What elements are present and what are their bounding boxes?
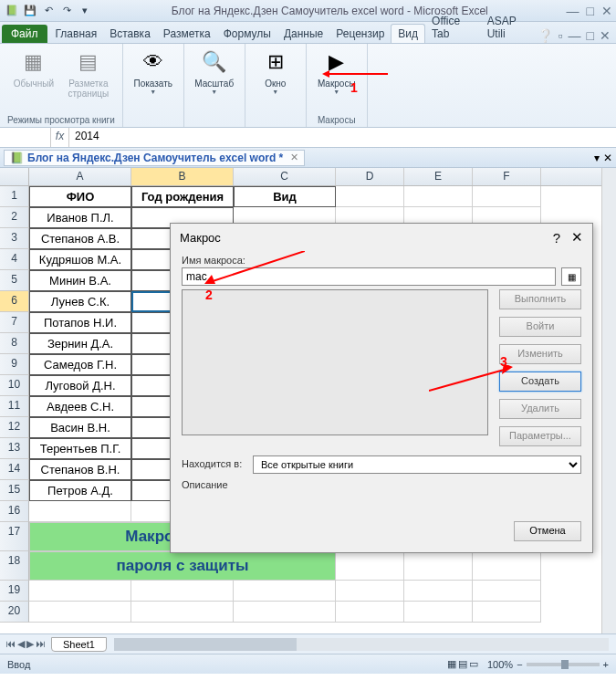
tab-home[interactable]: Главная	[49, 25, 104, 43]
zoom-level[interactable]: 100%	[487, 659, 513, 670]
row-header[interactable]: 1	[0, 186, 29, 207]
cell[interactable]: Луговой Д.Н.	[29, 375, 131, 396]
create-button[interactable]: Создать	[499, 372, 581, 392]
fx-icon[interactable]: fx	[51, 128, 69, 147]
tab-review[interactable]: Рецензир	[329, 25, 391, 43]
row-header[interactable]: 17	[0, 522, 29, 551]
cancel-button[interactable]: Отмена	[514, 521, 581, 541]
row-header[interactable]: 5	[0, 270, 29, 291]
edit-button[interactable]: Изменить	[499, 344, 581, 364]
tab-asap[interactable]: ASAP Utili	[481, 12, 538, 43]
row-header[interactable]: 10	[0, 375, 29, 396]
cell[interactable]: Васин В.Н.	[29, 417, 131, 438]
ribbon-min-icon[interactable]: —	[569, 28, 581, 43]
cell[interactable]: Иванов П.Л.	[29, 207, 131, 228]
col-header-a[interactable]: A	[29, 168, 131, 185]
ribbon-collapse-icon[interactable]: ▫	[559, 28, 563, 43]
sheet-next-icon[interactable]: ▶	[26, 638, 34, 650]
cell[interactable]	[29, 602, 131, 623]
row-header[interactable]: 18	[0, 551, 29, 581]
row-header[interactable]: 3	[0, 228, 29, 249]
cell[interactable]	[473, 186, 541, 207]
select-all-corner[interactable]	[0, 168, 29, 185]
tab-data[interactable]: Данные	[277, 25, 329, 43]
window-button[interactable]: ⊞ Окно ▼	[253, 47, 298, 95]
macro-list[interactable]	[182, 289, 488, 435]
zoom-in-icon[interactable]: +	[603, 659, 609, 670]
cell[interactable]	[336, 581, 404, 602]
sheet-tab[interactable]: Sheet1	[51, 637, 107, 652]
formula-input[interactable]: 2014	[69, 128, 616, 147]
cell[interactable]	[29, 581, 131, 602]
cell[interactable]	[473, 581, 541, 602]
row-header[interactable]: 7	[0, 312, 29, 333]
macros-button[interactable]: ▶ Макросы ▼	[314, 47, 360, 95]
col-header-d[interactable]: D	[336, 168, 404, 185]
sheet-last-icon[interactable]: ⏭	[36, 638, 46, 650]
minimize-icon[interactable]: —	[567, 4, 579, 18]
cell[interactable]: Степанов А.В.	[29, 228, 131, 249]
zoom-slider[interactable]	[527, 663, 600, 666]
cell[interactable]: Степанов В.Н.	[29, 459, 131, 480]
cell[interactable]: Год рождения	[131, 186, 234, 207]
document-tab[interactable]: 📗 Блог на Яндекс.Дзен Самоучитель excel …	[4, 150, 305, 166]
cell[interactable]	[131, 602, 234, 623]
tab-insert[interactable]: Вставка	[103, 25, 157, 43]
row-header[interactable]: 16	[0, 501, 29, 522]
location-select[interactable]: Все открытые книги	[253, 455, 581, 474]
doctab-dropdown-icon[interactable]: ▾	[594, 152, 600, 164]
row-header[interactable]: 12	[0, 417, 29, 438]
cell[interactable]	[336, 551, 404, 581]
tab-formulas[interactable]: Формулы	[217, 25, 277, 43]
cell[interactable]: Петров А.Д.	[29, 480, 131, 501]
macro-name-input[interactable]	[182, 267, 556, 286]
dialog-close-icon[interactable]: ✕	[571, 229, 583, 246]
view-break-icon[interactable]: ▭	[469, 658, 478, 670]
view-layout-icon[interactable]: ▤	[458, 658, 467, 670]
dialog-help-icon[interactable]: ?	[553, 230, 560, 246]
row-header[interactable]: 6	[0, 291, 29, 312]
dialog-titlebar[interactable]: Макрос ? ✕	[171, 224, 592, 251]
reference-icon[interactable]: ▦	[561, 267, 581, 286]
col-header-c[interactable]: C	[234, 168, 336, 185]
row-header[interactable]: 2	[0, 207, 29, 228]
row-header[interactable]: 13	[0, 438, 29, 459]
row-header[interactable]: 9	[0, 354, 29, 375]
horizontal-scrollbar[interactable]	[114, 638, 609, 651]
cell[interactable]	[404, 602, 473, 623]
zoom-button[interactable]: 🔍 Масштаб ▼	[192, 47, 237, 95]
col-header-e[interactable]: E	[404, 168, 473, 185]
save-icon[interactable]: 💾	[22, 3, 38, 19]
doc-close-icon[interactable]: ✕	[290, 152, 298, 163]
cell[interactable]: Зернин Д.А.	[29, 333, 131, 354]
run-button[interactable]: Выполнить	[499, 289, 581, 309]
cell[interactable]	[404, 581, 473, 602]
row-header[interactable]: 4	[0, 249, 29, 270]
doctab-close-icon[interactable]: ✕	[603, 152, 612, 164]
qat-dropdown-icon[interactable]: ▾	[77, 3, 93, 19]
tab-officetab[interactable]: Office Tab	[425, 12, 481, 43]
cell[interactable]: Кудряшов М.А.	[29, 249, 131, 270]
row-header[interactable]: 15	[0, 480, 29, 501]
row-header[interactable]: 20	[0, 602, 29, 623]
vertical-scrollbar[interactable]	[601, 168, 616, 633]
cell[interactable]: ФИО	[29, 186, 131, 207]
col-header-b[interactable]: B	[131, 168, 234, 185]
help-icon[interactable]: ❔	[538, 28, 553, 43]
cell[interactable]: Терентьев П.Г.	[29, 438, 131, 459]
cell[interactable]	[336, 186, 404, 207]
tab-layout[interactable]: Разметка	[157, 25, 217, 43]
cell[interactable]: Потапов Н.И.	[29, 312, 131, 333]
delete-button[interactable]: Удалить	[499, 399, 581, 419]
cell[interactable]: Минин В.А.	[29, 270, 131, 291]
cell[interactable]: Авдеев С.Н.	[29, 396, 131, 417]
col-header-f[interactable]: F	[473, 168, 541, 185]
sheet-prev-icon[interactable]: ◀	[17, 638, 25, 650]
cell[interactable]	[234, 602, 336, 623]
cell[interactable]	[473, 602, 541, 623]
show-button[interactable]: 👁 Показать ▼	[131, 47, 176, 95]
row-header[interactable]: 11	[0, 396, 29, 417]
close-icon[interactable]: ✕	[601, 4, 612, 18]
cell[interactable]: Лунев С.К.	[29, 291, 131, 312]
cell[interactable]	[29, 501, 131, 522]
